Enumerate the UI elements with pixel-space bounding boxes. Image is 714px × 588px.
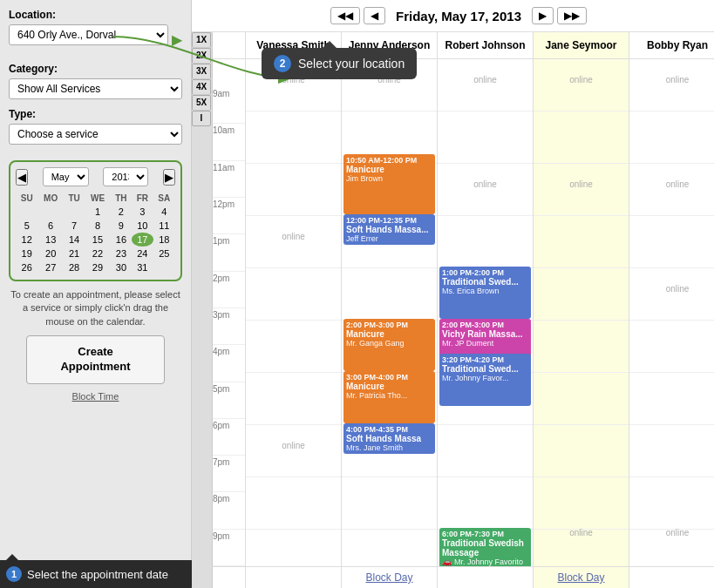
cal-day-15[interactable]: 15 [85,233,110,247]
cal-day-14[interactable]: 14 [64,233,85,247]
calendar-grid: SU MO TU WE TH FR SA 1234567891011121314… [16,192,175,274]
robert-online-2: online [438,179,533,189]
cal-day-31[interactable]: 31 [132,260,153,274]
col-jane[interactable]: online online online [534,59,629,566]
appt-robert-1[interactable]: 1:00 PM-2:00 PM Traditional Swed... Ms. … [439,267,531,319]
block-day-vanessa[interactable] [246,567,342,588]
cal-day-27[interactable]: 27 [37,260,63,274]
nav-back-back-btn[interactable]: ◀◀ [330,7,360,24]
create-instruction: To create an appointment, please select … [9,288,182,328]
cal-day-8[interactable]: 8 [85,219,110,233]
cal-day-21[interactable]: 21 [64,247,85,260]
block-day-jane[interactable]: Block Day [534,567,629,588]
day-header-su: SU [16,192,37,205]
cal-day-23[interactable]: 23 [111,247,132,260]
zoom-5x[interactable]: 5X [192,95,211,111]
location-select[interactable]: 640 Orly Ave., Dorval [9,24,168,45]
day-header-sa: SA [153,192,176,205]
cal-day-4[interactable]: 4 [153,205,176,219]
appt-jenny-5[interactable]: 4:00 PM-4:35 PM Soft Hands Massa Mrs. Ja… [343,423,435,454]
staff-jenny: Jenny Anderson [342,32,438,58]
day-header-th: TH [111,192,132,205]
nav-fwd-fwd-btn[interactable]: ▶▶ [557,7,587,24]
appt-jenny-3[interactable]: 2:00 PM-3:00 PM Manicure Mr. Ganga Gang [343,319,435,371]
zoom-2x[interactable]: 2X [192,48,211,64]
day-header-we: WE [85,192,110,205]
cal-year-select[interactable]: 2013 [103,167,148,186]
appt-jenny-4[interactable]: 3:00 PM-4:00 PM Manicure Mr. Patricia Th… [343,371,435,423]
nav-fwd-btn[interactable]: ▶ [532,7,554,24]
jenny-online-1: online [342,75,437,84]
cal-day-2[interactable]: 2 [111,205,132,219]
zoom-3x[interactable]: 3X [192,64,211,79]
col-robert[interactable]: online online 1:00 PM-2:00 PM Traditiona… [438,59,534,566]
cal-day-28[interactable]: 28 [64,260,85,274]
appt-robert-4[interactable]: 6:00 PM-7:30 PM Traditional Swedish Mass… [439,528,531,566]
cal-day-11[interactable]: 11 [153,219,176,233]
bobby-online-1: online [629,75,714,84]
cal-day-26[interactable]: 26 [16,260,37,274]
type-select[interactable]: Choose a service [9,124,182,145]
cal-day-12[interactable]: 12 [16,233,37,247]
location-label: Location: [9,9,182,21]
col-bobby[interactable]: online online online online [629,59,714,566]
day-header-fr: FR [132,192,153,205]
category-select[interactable]: Show All Services [9,78,182,99]
appt-jenny-2[interactable]: 12:00 PM-12:35 PM Soft Hands Massa... Je… [343,214,435,245]
cal-day-3[interactable]: 3 [132,205,153,219]
staff-header: Vanessa Smith Jenny Anderson Robert John… [213,32,714,59]
cal-day-29[interactable]: 29 [85,260,110,274]
nav-back-btn[interactable]: ◀ [364,7,385,24]
col-jenny[interactable]: online 10:50 AM-12:00 PM Manicure Jim Br… [342,59,438,566]
appt-robert-3[interactable]: 3:20 PM-4:20 PM Traditional Swed... Mr. … [439,354,531,406]
cal-day-22[interactable]: 22 [85,247,110,260]
cal-day-19[interactable]: 19 [16,247,37,260]
zoom-icon[interactable]: I [192,111,211,126]
cal-day-5[interactable]: 5 [16,219,37,233]
jane-online-3: online [534,528,629,537]
cal-day-1[interactable]: 1 [85,205,110,219]
cal-next-btn[interactable]: ▶ [163,169,175,186]
create-appointment-button[interactable]: CreateAppointment [26,335,165,384]
col-vanessa[interactable]: online online online [246,59,342,566]
cal-day-25[interactable]: 25 [153,247,176,260]
category-label: Category: [9,63,182,75]
cal-day-30[interactable]: 30 [111,260,132,274]
jane-online-2: online [534,179,629,189]
block-time-link[interactable]: Block Time [9,391,182,402]
cal-day-10[interactable]: 10 [132,219,153,233]
header-title: Friday, May 17, 2013 [396,9,521,24]
tooltip-1: 1 Select the appointment date [0,560,195,588]
staff-vanessa: Vanessa Smith [246,32,342,58]
vanessa-online-2: online [246,232,341,241]
cal-prev-btn[interactable]: ◀ [16,169,28,186]
cal-day-17[interactable]: 17 [132,233,153,247]
calendar-header: ◀◀ ◀ Friday, May 17, 2013 ▶ ▶▶ [192,0,714,32]
jane-online-1: online [534,75,629,84]
cal-day-13[interactable]: 13 [37,233,63,247]
cal-day-24[interactable]: 24 [132,247,153,260]
zoom-1x[interactable]: 1X [192,32,211,48]
tooltip-1-text: Select the appointment date [27,568,168,581]
block-day-bobby[interactable] [629,567,714,588]
block-day-jenny[interactable]: Block Day [342,567,438,588]
cal-day-7[interactable]: 7 [64,219,85,233]
cal-day-18[interactable]: 18 [153,233,176,247]
block-day-robert[interactable] [438,567,534,588]
tooltip-1-badge: 1 [6,566,22,582]
cal-day-6[interactable]: 6 [37,219,63,233]
cal-day-16[interactable]: 16 [111,233,132,247]
cal-day-20[interactable]: 20 [37,247,63,260]
zoom-4x[interactable]: 4X [192,79,211,95]
staff-jane: Jane Seymoor [534,32,629,58]
appt-jenny-1[interactable]: 10:50 AM-12:00 PM Manicure Jim Brown [343,154,435,214]
vanessa-online-3: online [246,441,341,450]
cal-month-select[interactable]: May [43,167,89,186]
bobby-online-2: online [629,179,714,189]
type-label: Type: [9,108,182,120]
time-column: 9am 10am 11am 12pm 1pm 2pm 3pm 4pm 5pm 6… [213,59,246,566]
staff-robert: Robert Johnson [438,32,534,58]
staff-bobby: Bobby Ryan [629,32,714,58]
bobby-online-3: online [629,284,714,294]
cal-day-9[interactable]: 9 [111,219,132,233]
